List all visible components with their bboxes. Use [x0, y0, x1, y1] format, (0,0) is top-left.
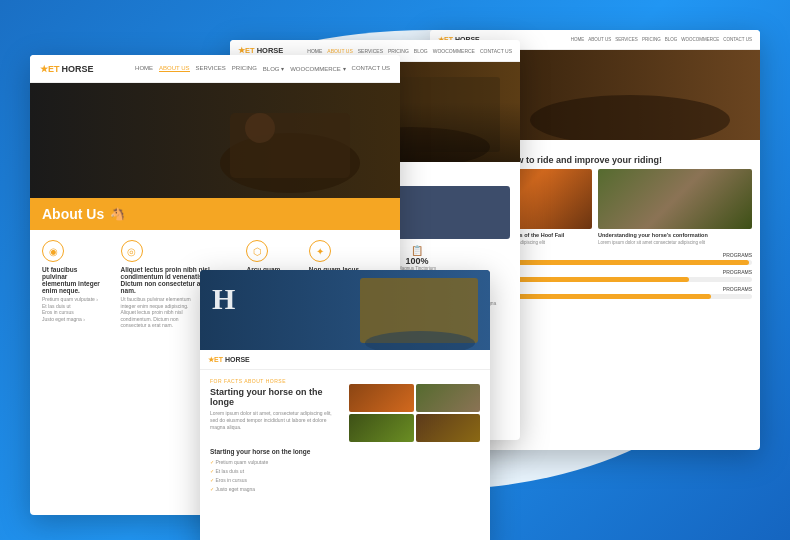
bottom-nav: ★ET HORSE — [200, 350, 490, 370]
svg-point-3 — [245, 113, 275, 143]
nav-services[interactable]: SERVICES — [196, 65, 226, 72]
feature-2-text: Ut faucibus pulvinar elementum integer e… — [121, 296, 196, 329]
starting-list: Pretium quam vulputate Et las duis ut Er… — [210, 458, 480, 494]
stat-bar-87-sublabel: PROGRAMS — [723, 286, 752, 292]
article-2-image — [598, 169, 752, 229]
mid-logo-text: HORSE — [257, 46, 284, 55]
horse-thumb-1 — [349, 384, 414, 412]
article-2: Understanding your horse's conformation … — [598, 169, 752, 246]
bottom-section-title: Starting your horse on the longe — [210, 387, 341, 407]
feature-1-list: Pretium quam vulputate › Et las duis ut … — [42, 296, 98, 322]
starting-item-1: Pretium quam vulputate — [210, 458, 480, 467]
bottom-col-images — [349, 384, 480, 442]
about-icon: 🐴 — [110, 207, 125, 221]
right-nav-woo[interactable]: WOOCOMMERCE — [681, 37, 719, 42]
stat-check-icon: 📋 — [411, 245, 423, 256]
right-nav-about[interactable]: ABOUT US — [588, 37, 611, 42]
article-2-text: Lorem ipsum dolor sit amet consectetur a… — [598, 240, 752, 246]
right-nav-contact[interactable]: CONTACT US — [723, 37, 752, 42]
mid-nav-about[interactable]: ABOUT US — [327, 48, 352, 54]
feature-1: ◉ Ut faucibus pulvinar elementum integer… — [42, 240, 101, 381]
mid-nav-contact[interactable]: CONTACT US — [480, 48, 512, 54]
bottom-col-text: Starting your horse on the longe Lorem i… — [210, 384, 341, 442]
bottom-content: FOR FACTS ABOUT HORSE Starting your hors… — [200, 370, 490, 502]
mid-nav-blog[interactable]: BLOG — [414, 48, 428, 54]
mid-nav-pricing[interactable]: PRICING — [388, 48, 409, 54]
feature-4-icon: ✦ — [309, 240, 331, 262]
right-nav-home[interactable]: HOME — [571, 37, 585, 42]
feature-1-title: Ut faucibus pulvinar elementum integer e… — [42, 266, 101, 294]
bottom-body-text: Lorem ipsum dolor sit amet, consectetur … — [210, 410, 341, 431]
horse-thumb-4 — [416, 414, 481, 442]
about-label: About Us — [42, 206, 104, 222]
bottom-two-col: Starting your horse on the longe Lorem i… — [210, 384, 480, 442]
main-hero-image — [30, 83, 400, 198]
logo-icon: ★ET — [40, 64, 60, 74]
right-nav-blog[interactable]: BLOG — [665, 37, 678, 42]
stat-bar-99-sublabel: PROGRAMS — [723, 252, 752, 258]
feature-1-icon: ◉ — [42, 240, 64, 262]
right-nav-services[interactable]: SERVICES — [615, 37, 638, 42]
main-logo: ★ET HORSE — [40, 64, 94, 74]
nav-contact[interactable]: CONTACT US — [352, 65, 390, 72]
bottom-hero-image: H — [200, 270, 490, 350]
feature-3-icon: ⬡ — [246, 240, 268, 262]
right-nav-pricing[interactable]: PRICING — [642, 37, 661, 42]
article-2-title: Understanding your horse's conformation — [598, 232, 752, 238]
starting-title: Starting your horse on the longe — [210, 448, 480, 455]
nav-about[interactable]: ABOUT US — [159, 65, 190, 72]
nav-blog[interactable]: BLOG ▾ — [263, 65, 284, 72]
mid-nav-home[interactable]: HOME — [307, 48, 322, 54]
bottom-logo-icon: ★ET — [208, 356, 225, 363]
starting-item-4: Justo eget magna — [210, 485, 480, 494]
mid-nav-links[interactable]: HOME ABOUT US SERVICES PRICING BLOG WOOC… — [307, 48, 512, 54]
nav-pricing[interactable]: PRICING — [232, 65, 257, 72]
nav-woocommerce[interactable]: WOOCOMMERCE ▾ — [290, 65, 345, 72]
mid-nav-woo[interactable]: WOOCOMMERCE — [433, 48, 475, 54]
stat-bar-80-sublabel: PROGRAMS — [723, 269, 752, 275]
horse-thumb-3 — [349, 414, 414, 442]
nav-home[interactable]: HOME — [135, 65, 153, 72]
starting-section: Starting your horse on the longe Pretium… — [210, 448, 480, 494]
mid-logo-icon: ★ET — [238, 46, 257, 55]
bottom-image-grid — [349, 384, 480, 442]
starting-item-2: Et las duis ut — [210, 467, 480, 476]
card-bottom: H ★ET HORSE FOR FACTS ABOUT HORSE Starti… — [200, 270, 490, 540]
main-nav-links[interactable]: HOME ABOUT US SERVICES PRICING BLOG ▾ WO… — [135, 65, 390, 72]
mid-nav-services[interactable]: SERVICES — [358, 48, 383, 54]
logo-text: HORSE — [62, 64, 94, 74]
bottom-logo-text: HORSE — [225, 356, 250, 363]
mid-logo: ★ET HORSE — [238, 46, 283, 55]
horse-thumb-2 — [416, 384, 481, 412]
about-banner: About Us 🐴 — [30, 198, 400, 230]
feature-2-icon: ◎ — [121, 240, 143, 262]
bottom-logo: ★ET HORSE — [208, 356, 250, 364]
starting-item-3: Eros in cursus — [210, 476, 480, 485]
bottom-hero-letter: H — [212, 282, 235, 316]
stat-100-number: 100% — [406, 256, 429, 266]
right-nav-links[interactable]: HOME ABOUT US SERVICES PRICING BLOG WOOC… — [571, 37, 752, 42]
main-nav: ★ET HORSE HOME ABOUT US SERVICES PRICING… — [30, 55, 400, 83]
